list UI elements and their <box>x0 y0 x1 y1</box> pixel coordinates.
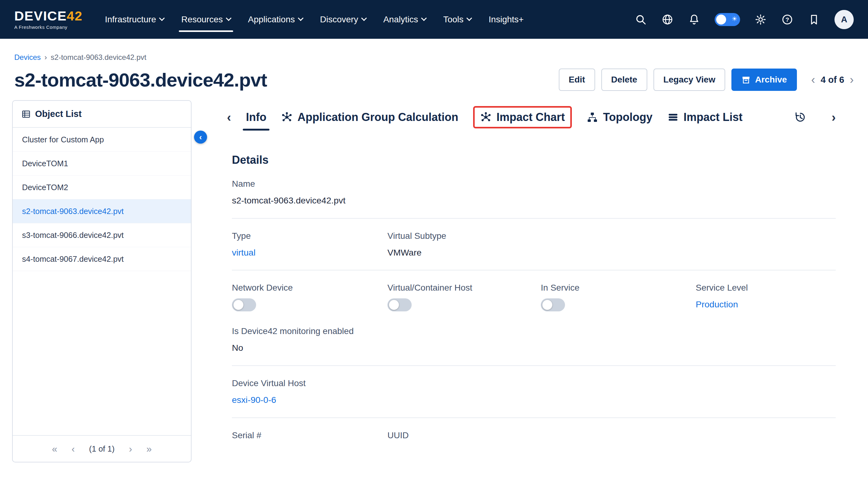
object-list-pagination: « ‹ (1 of 1) › » <box>13 435 191 462</box>
nav-item-tools[interactable]: Tools <box>443 0 471 39</box>
pager-next-icon[interactable]: › <box>850 74 854 86</box>
field-type: Type virtual <box>232 231 388 258</box>
nav-item-resources[interactable]: Resources <box>181 0 231 39</box>
chevron-down-icon <box>159 15 164 21</box>
tabs-scroll-right-icon[interactable]: › <box>832 111 836 124</box>
object-list-item[interactable]: Cluster for Custom App <box>13 128 191 152</box>
tabs-scroll-left-icon[interactable]: ‹ <box>227 111 231 124</box>
sidebar-collapse-button[interactable]: ‹ <box>194 131 207 144</box>
field-virtual-container-host: Virtual/Container Host <box>388 282 541 311</box>
main-panel: ‹ Info Application Group Calculation Imp… <box>227 100 836 463</box>
tabs-bar: ‹ Info Application Group Calculation Imp… <box>227 104 836 131</box>
pagination-prev-icon[interactable]: ‹ <box>71 444 74 454</box>
svg-text:?: ? <box>785 16 789 23</box>
field-device-virtual-host: Device Virtual Host esxi-90-0-6 <box>232 378 836 406</box>
object-list-item[interactable]: s3-tomcat-9066.device42.pvt <box>13 223 191 247</box>
divider <box>232 270 836 270</box>
tab-impact-list[interactable]: Impact List <box>668 104 743 131</box>
nav-item-discovery[interactable]: Discovery <box>320 0 366 39</box>
delete-button[interactable]: Delete <box>601 69 647 91</box>
breadcrumb-devices-link[interactable]: Devices <box>14 53 41 62</box>
device-virtual-host-value-link[interactable]: esxi-90-0-6 <box>232 395 836 406</box>
chevron-down-icon <box>226 15 231 21</box>
hub-icon <box>281 112 292 123</box>
type-value-link[interactable]: virtual <box>232 247 388 258</box>
nav-item-analytics[interactable]: Analytics <box>383 0 426 39</box>
details-heading: Details <box>232 154 836 167</box>
object-list-item[interactable]: DeviceTOM1 <box>13 152 191 175</box>
pagination-next-icon[interactable]: › <box>129 444 132 454</box>
object-list-item-selected[interactable]: s2-tomcat-9063.device42.pvt <box>13 199 191 223</box>
field-virtual-subtype: Virtual Subtype VMWare <box>388 231 836 258</box>
name-value: s2-tomcat-9063.device42.pvt <box>232 195 836 206</box>
edit-button[interactable]: Edit <box>559 69 595 91</box>
history-icon[interactable] <box>795 111 806 123</box>
monitoring-value: No <box>232 342 836 353</box>
sun-icon: ☀ <box>732 15 737 23</box>
bookmark-icon[interactable] <box>808 13 820 26</box>
chevron-down-icon <box>361 15 367 21</box>
divider <box>232 417 836 418</box>
topology-icon <box>587 112 598 123</box>
table-list-icon <box>668 112 679 123</box>
object-list-item[interactable]: DeviceTOM2 <box>13 175 191 199</box>
field-in-service: In Service <box>541 282 696 311</box>
breadcrumb: Devices › s2-tomcat-9063.device42.pvt <box>0 39 868 62</box>
user-avatar[interactable]: A <box>834 10 854 29</box>
record-pager: ‹ 4 of 6 › <box>811 74 854 86</box>
virtual-subtype-value: VMWare <box>388 247 836 258</box>
pagination-first-icon[interactable]: « <box>52 444 57 454</box>
logo-text: DEVICE42 <box>14 9 83 23</box>
chevron-down-icon <box>466 15 472 21</box>
title-row: s2-tomcat-9063.device42.pvt Edit Delete … <box>0 62 868 91</box>
main-menu: Infrastructure Resources Applications Di… <box>105 0 524 39</box>
field-serial: Serial # <box>232 430 388 441</box>
settings-gear-icon[interactable] <box>754 13 767 26</box>
field-network-device: Network Device <box>232 282 388 311</box>
object-list-panel: Object List Cluster for Custom App Devic… <box>12 100 191 463</box>
details-section: Details Name s2-tomcat-9063.device42.pvt… <box>227 154 836 441</box>
toggle-knob <box>542 300 552 310</box>
list-grid-icon <box>22 109 31 119</box>
chevron-down-icon <box>421 15 427 21</box>
in-service-toggle[interactable] <box>541 298 565 311</box>
nav-item-infrastructure[interactable]: Infrastructure <box>105 0 164 39</box>
archive-button[interactable]: Archive <box>732 69 797 91</box>
legacy-view-button[interactable]: Legacy View <box>653 69 725 91</box>
content-area: Object List Cluster for Custom App Devic… <box>0 100 868 463</box>
object-list-item[interactable]: s4-tomcat-9067.device42.pvt <box>13 247 191 271</box>
logo-tagline: A Freshworks Company <box>14 25 83 30</box>
theme-toggle[interactable]: ☀ <box>715 13 740 26</box>
pager-text: 4 of 6 <box>821 75 844 85</box>
field-monitoring: Is Device42 monitoring enabled No <box>232 326 836 353</box>
field-row-toggles: Network Device Virtual/Container Host In… <box>232 282 836 311</box>
virtual-container-host-toggle[interactable] <box>388 298 412 311</box>
object-list-header: Object List <box>13 101 191 128</box>
field-uuid: UUID <box>388 430 836 441</box>
pagination-label: (1 of 1) <box>89 444 115 454</box>
archive-icon <box>741 75 751 84</box>
nav-item-insights[interactable]: Insights+ <box>489 0 524 39</box>
notifications-bell-icon[interactable] <box>688 13 700 26</box>
pager-prev-icon[interactable]: ‹ <box>811 74 815 86</box>
tab-impact-chart[interactable]: Impact Chart <box>473 106 572 128</box>
field-service-level: Service Level Production <box>696 282 836 311</box>
search-icon[interactable] <box>634 13 647 26</box>
toggle-knob <box>389 300 399 310</box>
device42-logo[interactable]: DEVICE42 A Freshworks Company <box>14 9 83 30</box>
globe-icon[interactable] <box>661 13 674 26</box>
chevron-down-icon <box>298 15 303 21</box>
tab-info[interactable]: Info <box>246 104 266 131</box>
network-device-toggle[interactable] <box>232 298 256 311</box>
top-navbar: DEVICE42 A Freshworks Company Infrastruc… <box>0 0 868 39</box>
field-name: Name s2-tomcat-9063.device42.pvt <box>232 178 836 206</box>
navbar-utilities: ☀ ? A <box>634 10 854 29</box>
help-icon[interactable]: ? <box>781 13 794 26</box>
toggle-knob <box>716 14 726 25</box>
field-row-type: Type virtual Virtual Subtype VMWare <box>232 231 836 258</box>
tab-topology[interactable]: Topology <box>587 104 652 131</box>
pagination-last-icon[interactable]: » <box>147 444 152 454</box>
service-level-value-link[interactable]: Production <box>696 299 836 310</box>
tab-application-group-calculation[interactable]: Application Group Calculation <box>281 104 458 131</box>
nav-item-applications[interactable]: Applications <box>248 0 303 39</box>
